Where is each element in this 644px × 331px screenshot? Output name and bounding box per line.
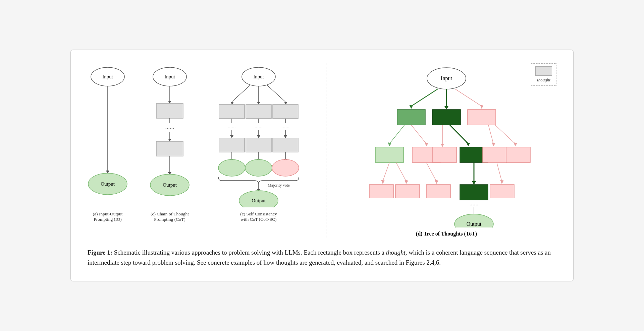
svg-rect-15 bbox=[156, 141, 183, 156]
svg-marker-96 bbox=[435, 180, 438, 184]
svg-marker-92 bbox=[381, 180, 385, 184]
figure-container: Input Output (a) Input-Output Prompting … bbox=[70, 50, 574, 282]
svg-text:Output: Output bbox=[101, 181, 115, 187]
svg-line-73 bbox=[411, 125, 426, 144]
svg-marker-9 bbox=[168, 101, 171, 104]
svg-marker-41 bbox=[257, 135, 260, 138]
svg-marker-32 bbox=[230, 135, 233, 138]
legend-box: thought bbox=[531, 63, 556, 86]
svg-marker-23 bbox=[230, 102, 234, 105]
diagram-cot: Input ...... bbox=[148, 63, 192, 222]
figure-caption-prefix: Figure 1: bbox=[88, 249, 112, 256]
svg-text:Input: Input bbox=[102, 74, 113, 79]
svg-marker-78 bbox=[466, 142, 470, 146]
svg-marker-82 bbox=[514, 142, 517, 146]
svg-rect-99 bbox=[369, 185, 393, 198]
svg-text:......: ...... bbox=[281, 124, 289, 129]
svg-rect-103 bbox=[490, 185, 514, 198]
svg-rect-85 bbox=[432, 147, 457, 162]
svg-rect-83 bbox=[375, 147, 404, 162]
svg-marker-25 bbox=[257, 102, 260, 105]
svg-marker-27 bbox=[284, 102, 287, 105]
svg-rect-10 bbox=[156, 104, 183, 118]
legend-label: thought bbox=[537, 77, 550, 83]
svg-point-36 bbox=[218, 159, 245, 176]
svg-text:Input: Input bbox=[164, 74, 175, 79]
svg-marker-65 bbox=[444, 106, 448, 110]
diagram-tot-svg: Input bbox=[349, 63, 544, 227]
svg-line-22 bbox=[232, 85, 250, 102]
svg-line-26 bbox=[267, 85, 285, 102]
diagram-cot-svg: Input ...... bbox=[148, 63, 192, 207]
svg-rect-42 bbox=[246, 138, 271, 152]
svg-rect-33 bbox=[219, 138, 245, 152]
caption-cot: (c) Chain of Thought Prompting (CoT) bbox=[151, 211, 189, 222]
figure-caption-italic: thought bbox=[386, 249, 406, 256]
svg-marker-76 bbox=[441, 144, 444, 147]
svg-text:......: ...... bbox=[255, 124, 263, 129]
svg-rect-51 bbox=[273, 138, 298, 152]
caption-cotsc: (c) Self Consistency with CoT (CoT-SC) bbox=[240, 211, 277, 222]
svg-line-66 bbox=[455, 89, 482, 106]
svg-line-62 bbox=[411, 89, 438, 106]
svg-marker-90 bbox=[472, 181, 476, 185]
svg-rect-28 bbox=[219, 105, 245, 119]
diagram-cotsc-svg: Input ...... bbox=[212, 63, 306, 207]
svg-text:Input: Input bbox=[441, 75, 452, 81]
svg-text:Majority vote: Majority vote bbox=[268, 183, 290, 188]
svg-marker-50 bbox=[284, 135, 287, 138]
diagram-cotsc: Input ...... bbox=[212, 63, 306, 222]
svg-marker-63 bbox=[409, 105, 413, 109]
svg-marker-72 bbox=[388, 142, 391, 146]
svg-rect-46 bbox=[273, 105, 298, 119]
svg-line-79 bbox=[488, 125, 493, 144]
svg-marker-94 bbox=[405, 180, 408, 184]
diagram-area: Input Output (a) Input-Output Prompting … bbox=[88, 63, 556, 238]
svg-rect-87 bbox=[483, 147, 507, 162]
figure-caption-text: Schematic illustrating various approache… bbox=[112, 249, 386, 256]
svg-marker-14 bbox=[168, 139, 171, 141]
svg-rect-101 bbox=[426, 185, 450, 198]
svg-line-91 bbox=[383, 162, 389, 181]
svg-rect-69 bbox=[432, 110, 461, 125]
svg-rect-68 bbox=[397, 110, 425, 125]
svg-text:Output: Output bbox=[252, 198, 266, 203]
svg-text:Input: Input bbox=[253, 74, 264, 79]
svg-text:Output: Output bbox=[467, 221, 482, 227]
svg-text:Output: Output bbox=[163, 182, 177, 188]
svg-marker-74 bbox=[425, 142, 428, 146]
svg-text:......: ...... bbox=[470, 200, 479, 207]
diagram-io-svg: Input Output bbox=[88, 63, 128, 207]
svg-line-71 bbox=[389, 125, 405, 144]
svg-line-93 bbox=[396, 162, 406, 181]
svg-point-54 bbox=[272, 159, 299, 176]
svg-point-45 bbox=[245, 159, 272, 176]
svg-marker-67 bbox=[480, 105, 483, 109]
svg-text:......: ...... bbox=[228, 124, 236, 129]
svg-rect-100 bbox=[395, 185, 420, 198]
vertical-divider bbox=[326, 63, 326, 238]
svg-line-81 bbox=[495, 125, 515, 144]
svg-rect-70 bbox=[468, 110, 496, 125]
left-diagrams: Input Output (a) Input-Output Prompting … bbox=[88, 63, 316, 222]
diagram-tot: thought Input bbox=[336, 63, 556, 237]
caption-io: (a) Input-Output Prompting (IO) bbox=[93, 211, 123, 222]
svg-text:......: ...... bbox=[165, 123, 174, 130]
tot-title: (d) Tree of Thoughts (ToT) bbox=[416, 231, 477, 237]
legend-rect bbox=[535, 66, 552, 76]
svg-line-77 bbox=[450, 125, 468, 144]
svg-rect-88 bbox=[506, 147, 530, 162]
svg-line-95 bbox=[426, 162, 436, 181]
svg-rect-102 bbox=[460, 185, 488, 200]
svg-marker-98 bbox=[500, 180, 504, 184]
svg-line-97 bbox=[497, 162, 502, 181]
svg-rect-37 bbox=[246, 105, 271, 119]
diagram-io: Input Output (a) Input-Output Prompting … bbox=[88, 63, 128, 222]
figure-caption: Figure 1: Schematic illustrating various… bbox=[88, 248, 556, 268]
svg-marker-80 bbox=[492, 142, 495, 146]
